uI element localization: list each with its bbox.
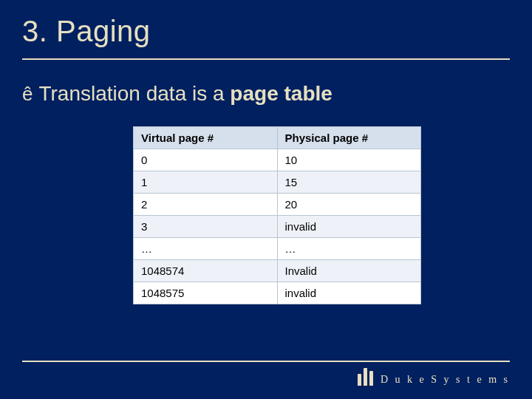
table-row: 0 10 <box>134 149 421 171</box>
cell-virtual: 1 <box>134 171 278 194</box>
table-row: 1048575 invalid <box>134 282 421 304</box>
cell-virtual: 2 <box>134 194 278 216</box>
col-header-virtual: Virtual page # <box>134 127 278 149</box>
table-row: 1 15 <box>134 171 421 194</box>
bullet-text: Translation data is a page table <box>38 82 332 106</box>
footer-divider <box>22 361 510 362</box>
page-table-table: Virtual page # Physical page # 0 10 1 15… <box>133 126 421 304</box>
slide-title: 3. Paging <box>22 15 510 48</box>
cell-virtual: 3 <box>134 216 278 238</box>
cell-virtual: 1048574 <box>134 260 278 282</box>
table-row: 1048574 Invalid <box>134 260 421 282</box>
table-body: 0 10 1 15 2 20 3 invalid … … <box>134 149 421 304</box>
duke-logo-icon <box>358 366 373 386</box>
cell-virtual: 0 <box>134 149 278 171</box>
col-header-physical: Physical page # <box>277 127 421 149</box>
bullet-line: ê Translation data is a page table <box>22 82 510 106</box>
cell-virtual: 1048575 <box>134 282 278 304</box>
bullet-text-prefix: Translation data is a <box>38 82 230 105</box>
cell-virtual: … <box>134 238 278 260</box>
footer: D u k e S y s t e m s <box>22 361 510 386</box>
slide: 3. Paging ê Translation data is a page t… <box>0 0 532 399</box>
title-block: 3. Paging <box>22 15 510 60</box>
cell-physical: 15 <box>277 171 421 194</box>
cell-physical: invalid <box>277 216 421 238</box>
cell-physical: Invalid <box>277 260 421 282</box>
table-row: … … <box>134 238 421 260</box>
table-row: 2 20 <box>134 194 421 216</box>
bullet-glyph: ê <box>22 83 33 106</box>
footer-brand: D u k e S y s t e m s <box>22 366 510 386</box>
brand-text: D u k e S y s t e m s <box>381 374 510 386</box>
cell-physical: … <box>277 238 421 260</box>
page-table: Virtual page # Physical page # 0 10 1 15… <box>133 126 421 304</box>
cell-physical: 10 <box>277 149 421 171</box>
bullet-text-bold: page table <box>230 82 332 105</box>
cell-physical: 20 <box>277 194 421 216</box>
table-header-row: Virtual page # Physical page # <box>134 127 421 149</box>
cell-physical: invalid <box>277 282 421 304</box>
table-row: 3 invalid <box>134 216 421 238</box>
